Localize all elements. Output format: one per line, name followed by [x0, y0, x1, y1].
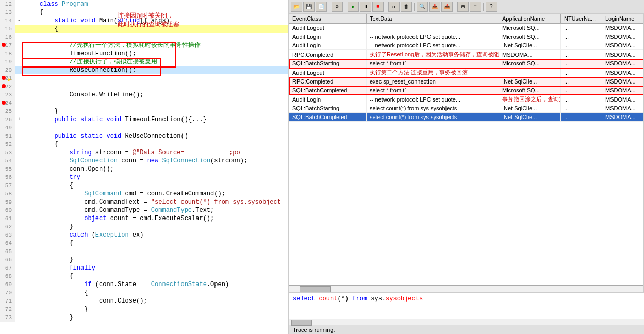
- toolbar-btn-replay[interactable]: ↺: [388, 2, 400, 12]
- cell-appname: .Net SqlClie...: [499, 41, 561, 49]
- cell-eventclass: SQL:BatchCompleted: [289, 113, 367, 121]
- cell-textdata: exec sp_reset_connection: [367, 77, 499, 86]
- table-row-highlight[interactable]: SQL:BatchStarting select * from t1 Micro…: [289, 59, 643, 68]
- toolbar-btn-new[interactable]: 📄: [316, 2, 327, 12]
- code-line-69: 69 if (conn.State == ConnectionState.Ope…: [0, 280, 288, 289]
- code-area: 连接因超时被关闭，此时执行的查询被阻塞 12 - class Program 1…: [0, 0, 288, 334]
- toolbar-btn-cols[interactable]: ⊞: [457, 2, 469, 12]
- code-line-51: 51 - public static void ReUseConnection(…: [0, 132, 288, 140]
- toolbar-btn-export[interactable]: 📤: [429, 2, 440, 12]
- cell-eventclass: SQL:BatchCompleted: [289, 86, 367, 94]
- status-text: Trace is running.: [293, 327, 335, 333]
- cell-eventclass: Audit Logout: [289, 68, 367, 77]
- code-line-52: 52 {: [0, 140, 288, 148]
- code-line-62: 62 }: [0, 223, 288, 231]
- code-line-64: 64 {: [0, 239, 288, 247]
- cell-textdata: select count(*) from sys.sysobjects: [367, 113, 499, 121]
- cell-ntuser: ...: [561, 113, 602, 121]
- breakpoint-dot-4: [2, 101, 6, 105]
- cell-login: MSDOMA...: [602, 59, 643, 68]
- cell-textdata: select * from t1: [367, 86, 499, 94]
- toolbar-sep-1: [329, 3, 329, 11]
- cell-appname: MSDOMA...: [499, 50, 561, 59]
- code-line-17: 17 //先执行一个方法，模拟耗时较长的事务性操作: [0, 41, 288, 49]
- toolbar-btn-filter[interactable]: 🔍: [417, 2, 428, 12]
- code-editor: 连接因超时被关闭，此时执行的查询被阻塞 12 - class Program 1…: [0, 0, 289, 334]
- code-line-53: 53 string strconn = @"Data Source= ;po: [0, 148, 288, 157]
- scrollbar-thumb-h[interactable]: [300, 286, 331, 292]
- annotation-timeout: 连接因超时被关闭，此时执行的查询被阻塞: [113, 9, 184, 31]
- cell-eventclass: Audit Login: [289, 32, 367, 41]
- table-row-highlight[interactable]: RPC:Completed exec sp_reset_connection .…: [289, 77, 643, 86]
- table-row[interactable]: Audit Login -- network protocol: LPC set…: [289, 95, 643, 104]
- toolbar-btn-open[interactable]: 📂: [291, 2, 302, 12]
- toolbar-btn-clear[interactable]: 🗑: [401, 2, 412, 12]
- cell-ntuser: ...: [561, 68, 602, 77]
- current-line-arrow: ➤: [7, 76, 11, 85]
- profiler-toolbar: 📂 💾 📄 ⚙ ▶ ⏸ ■ ↺ 🗑 🔍 📤 📥 ⊞ ≡ ?: [289, 0, 644, 13]
- code-line-65: 65: [0, 247, 288, 256]
- bottom-scrollbar[interactable]: [289, 319, 644, 325]
- col-header-textdata[interactable]: TextData: [367, 14, 499, 23]
- toolbar-btn-import[interactable]: 📥: [441, 2, 453, 12]
- cell-textdata: -- network protocol: LPC set quote...: [367, 95, 499, 104]
- code-line-60: 60 cmd.CommandType = CommandType.Text;: [0, 206, 288, 214]
- profiler-table: EventClass TextData ApplicationName NTUs…: [289, 13, 644, 293]
- cell-ntuser: ...: [561, 50, 602, 59]
- table-row[interactable]: Audit Login -- network protocol: LPC set…: [289, 32, 643, 41]
- col-header-ntuser[interactable]: NTUserNa...: [561, 14, 602, 23]
- table-header: EventClass TextData ApplicationName NTUs…: [289, 14, 643, 24]
- horizontal-scrollbar[interactable]: [289, 285, 643, 292]
- toolbar-sep-5: [455, 3, 455, 11]
- toolbar-btn-props[interactable]: ⚙: [332, 2, 343, 12]
- cell-appname: [499, 68, 561, 77]
- toolbar-btn-rows[interactable]: ≡: [470, 2, 481, 12]
- cell-appname: Microsoft SQ...: [499, 86, 561, 94]
- table-row-selected[interactable]: SQL:BatchCompleted select count(*) from …: [289, 113, 643, 122]
- cell-ntuser: ...: [561, 24, 602, 32]
- table-row[interactable]: Audit Login -- network protocol: LPC set…: [289, 41, 643, 50]
- breakpoint-dot-3: [2, 84, 6, 88]
- toolbar-sep-3: [386, 3, 386, 11]
- breakpoint-dot-1: [2, 43, 6, 47]
- toolbar-sep-2: [345, 3, 345, 11]
- code-line-26[interactable]: 26 + public static void TimeoutFunction(…: [0, 115, 288, 124]
- code-line-68: 68 {: [0, 272, 288, 280]
- col-header-appname[interactable]: ApplicationName: [499, 14, 561, 23]
- cell-appname: Microsoft SQ...: [499, 32, 561, 41]
- table-row[interactable]: Audit Logout 执行第二个方法 连接重用，事务被回滚 ... MSDO…: [289, 68, 643, 77]
- cell-appname: .Net SqlClie...: [499, 113, 561, 121]
- code-line-18: 18 TimeoutFunction();: [0, 49, 288, 58]
- toolbar-btn-stop[interactable]: ■: [372, 2, 384, 12]
- table-row-highlight[interactable]: SQL:BatchCompleted select * from t1 Micr…: [289, 86, 643, 95]
- cell-eventclass: RPC:Completed: [289, 77, 367, 86]
- toolbar-btn-run[interactable]: ▶: [348, 2, 359, 12]
- cell-eventclass: RPC:Completed: [289, 50, 367, 59]
- table-row[interactable]: RPC:Completed 执行了ResetLong后，因为活动事务储存，查询被…: [289, 50, 643, 59]
- code-line-24: 24: [0, 99, 288, 107]
- cell-ntuser: ...: [561, 59, 602, 68]
- cell-login: MSDOMA...: [602, 104, 643, 112]
- cell-login: MSDOMA...: [602, 86, 643, 94]
- cell-ntuser: ...: [561, 41, 602, 49]
- cell-ntuser: ...: [561, 95, 602, 104]
- toolbar-btn-help[interactable]: ?: [486, 2, 497, 12]
- scrollbar-thumb-bottom[interactable]: [291, 320, 312, 326]
- cell-ntuser: ...: [561, 32, 602, 41]
- col-header-login[interactable]: LoginName: [602, 14, 643, 23]
- code-line-21: 21: [0, 74, 288, 82]
- table-body[interactable]: Audit Logout Microsoft SQ... ... MSDOMA.…: [289, 24, 643, 285]
- cell-textdata: 执行了ResetLong后，因为活动事务储存，查询被阻塞: [367, 50, 499, 59]
- toolbar-btn-pause[interactable]: ⏸: [360, 2, 371, 12]
- col-header-eventclass[interactable]: EventClass: [289, 14, 367, 23]
- cell-textdata: -- network protocol: LPC set quote...: [367, 32, 499, 41]
- table-row[interactable]: Audit Logout Microsoft SQ... ... MSDOMA.…: [289, 24, 643, 32]
- cell-appname: Microsoft SQ...: [499, 24, 561, 32]
- toolbar-btn-save[interactable]: 💾: [303, 2, 315, 12]
- table-row[interactable]: SQL:BatchStarting select count(*) from s…: [289, 104, 643, 113]
- cell-ntuser: ...: [561, 86, 602, 94]
- cell-appname: 事务撤回涂之后，查询完成: [499, 95, 561, 104]
- cell-eventclass: Audit Login: [289, 95, 367, 104]
- cell-textdata: select count(*) from sys.sysobjects: [367, 104, 499, 112]
- code-line-22: 22: [0, 82, 288, 91]
